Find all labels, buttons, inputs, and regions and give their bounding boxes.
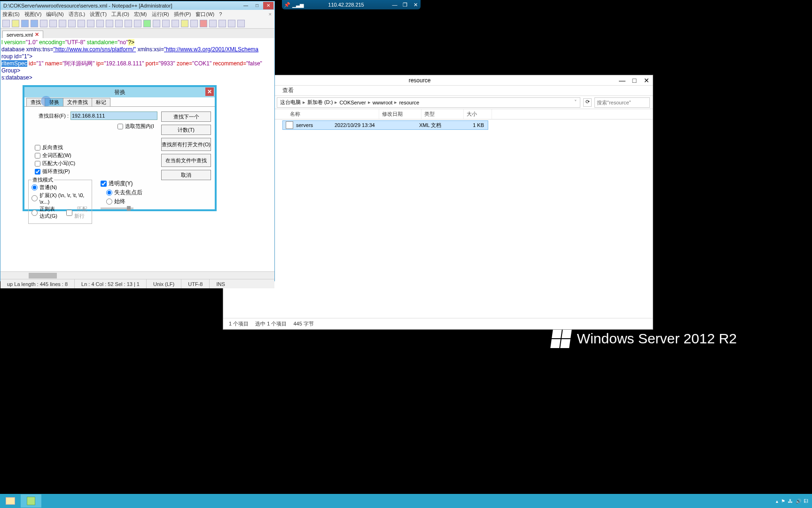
toolbar-folder-icon[interactable] bbox=[181, 20, 188, 27]
scrollbar-thumb[interactable] bbox=[29, 273, 57, 278]
find-in-current-button[interactable]: 在当前文件中查找 bbox=[161, 154, 211, 167]
toolbar-paste-icon[interactable] bbox=[78, 20, 85, 27]
menu-settings[interactable]: 设置(T) bbox=[90, 11, 107, 18]
toolbar-close-icon[interactable] bbox=[40, 20, 47, 27]
tray-language[interactable]: EI bbox=[804, 499, 808, 504]
col-name[interactable]: 名称 bbox=[287, 109, 379, 119]
menu-close-x[interactable]: × bbox=[269, 11, 272, 17]
col-type[interactable]: 类型 bbox=[422, 109, 464, 119]
toolbar-zoom-out-icon[interactable] bbox=[134, 20, 141, 27]
npp-minimize-button[interactable]: — bbox=[241, 2, 251, 9]
rb-regex[interactable] bbox=[31, 210, 38, 216]
slider-thumb[interactable] bbox=[127, 206, 131, 211]
tab-close-icon[interactable]: ✕ bbox=[35, 32, 39, 38]
npp-close-button[interactable]: ✕ bbox=[263, 2, 273, 9]
file-list[interactable]: servers 2022/10/29 13:34 XML 文档 1 KB bbox=[223, 119, 653, 317]
rdp-restore-button[interactable]: ❐ bbox=[400, 2, 410, 8]
count-button[interactable]: 计数(T) bbox=[161, 125, 211, 135]
rdp-pin-icon[interactable]: 📌 bbox=[282, 2, 292, 8]
toolbar-ws-icon[interactable] bbox=[153, 20, 160, 27]
tray-network-icon[interactable]: 🖧 bbox=[788, 499, 793, 504]
menu-encoding[interactable]: 编码(N) bbox=[46, 11, 63, 18]
toolbar-outdent-icon[interactable] bbox=[172, 20, 179, 27]
menu-tools[interactable]: 工具(O) bbox=[111, 11, 129, 18]
dialog-close-button[interactable]: ✕ bbox=[205, 87, 214, 96]
dialog-titlebar[interactable]: 替换 ✕ bbox=[24, 87, 215, 97]
rb-extended[interactable] bbox=[31, 195, 38, 201]
cb-backward[interactable] bbox=[35, 145, 40, 151]
tab-servers-xml[interactable]: servers.xml ✕ bbox=[2, 31, 43, 38]
rdp-minimize-button[interactable]: — bbox=[390, 2, 400, 8]
toolbar-play-icon[interactable] bbox=[219, 20, 226, 27]
rdp-close-button[interactable]: ✕ bbox=[410, 2, 421, 8]
crumb-drive-d[interactable]: 新加卷 (D:) bbox=[307, 99, 333, 106]
menu-language[interactable]: 语言(L) bbox=[69, 11, 85, 18]
rb-always[interactable] bbox=[106, 198, 112, 205]
crumb-thispc[interactable]: 这台电脑 bbox=[280, 99, 301, 106]
file-row-servers[interactable]: servers 2022/10/29 13:34 XML 文档 1 KB bbox=[282, 120, 488, 130]
tab-findinfiles[interactable]: 文件查找 bbox=[63, 98, 92, 106]
toolbar-saveall-icon[interactable] bbox=[31, 20, 38, 27]
toolbar-redo-icon[interactable] bbox=[96, 20, 104, 27]
explorer-maximize-button[interactable]: □ bbox=[628, 77, 640, 84]
toolbar-wrap-icon[interactable] bbox=[143, 20, 151, 27]
find-input[interactable] bbox=[70, 111, 157, 120]
toolbar-new-icon[interactable] bbox=[2, 20, 10, 27]
tray-flag-icon[interactable]: ⚑ bbox=[781, 499, 785, 504]
cb-inselection[interactable] bbox=[117, 124, 123, 129]
cb-wrap[interactable] bbox=[35, 169, 40, 175]
toolbar-undo-icon[interactable] bbox=[87, 20, 94, 27]
taskbar-notepadpp-icon[interactable] bbox=[21, 494, 41, 508]
tab-mark[interactable]: 标记 bbox=[92, 98, 110, 106]
transparency-slider[interactable] bbox=[101, 207, 133, 209]
col-size[interactable]: 大小 bbox=[464, 109, 492, 119]
toolbar-savem-icon[interactable] bbox=[237, 20, 245, 27]
toolbar-save-icon[interactable] bbox=[21, 20, 29, 27]
toolbar-zoom-in-icon[interactable] bbox=[125, 20, 132, 27]
ribbon-view[interactable]: 查看 bbox=[282, 87, 294, 95]
toolbar-replace-icon[interactable] bbox=[115, 20, 123, 27]
toolbar-indent-icon[interactable] bbox=[162, 20, 170, 27]
tray-up-icon[interactable]: ▴ bbox=[776, 499, 778, 504]
menu-macro[interactable]: 宏(M) bbox=[134, 11, 147, 18]
horizontal-scrollbar[interactable] bbox=[0, 271, 274, 279]
toolbar-record-icon[interactable] bbox=[200, 20, 207, 27]
toolbar-playmulti-icon[interactable] bbox=[228, 20, 235, 27]
refresh-button[interactable]: ⟳ bbox=[583, 98, 592, 107]
breadcrumb[interactable]: 这台电脑▸ 新加卷 (D:)▸ COKServer▸ wwwroot▸ reso… bbox=[277, 97, 580, 108]
toolbar-print-icon[interactable] bbox=[49, 20, 57, 27]
cb-wholeword[interactable] bbox=[35, 153, 40, 159]
explorer-titlebar[interactable]: resource — □ ✕ bbox=[223, 75, 653, 86]
rb-normal[interactable] bbox=[31, 184, 38, 190]
toolbar-doc-icon[interactable] bbox=[190, 20, 198, 27]
menu-plugins[interactable]: 插件(P) bbox=[174, 11, 191, 18]
npp-maximize-button[interactable]: □ bbox=[252, 2, 262, 9]
find-all-open-button[interactable]: 查找所有打开文件(O) bbox=[161, 138, 211, 151]
toolbar-cut-icon[interactable] bbox=[59, 20, 66, 27]
taskbar[interactable]: ▴ ⚑ 🖧 🔊 EI bbox=[0, 494, 812, 508]
cb-matchcase[interactable] bbox=[35, 161, 40, 167]
npp-titlebar[interactable]: D:\COKServer\wwwroot\resource\servers.xm… bbox=[0, 1, 274, 10]
rb-onblur[interactable] bbox=[106, 190, 112, 196]
taskbar-explorer-icon[interactable] bbox=[0, 494, 21, 508]
menu-run[interactable]: 运行(R) bbox=[152, 11, 169, 18]
crumb-resource[interactable]: resource bbox=[399, 100, 419, 105]
menu-search[interactable]: 搜索(S) bbox=[2, 11, 20, 18]
cb-transparency[interactable] bbox=[101, 181, 107, 187]
crumb-cokserver[interactable]: COKServer bbox=[339, 100, 366, 105]
toolbar-stop-icon[interactable] bbox=[209, 20, 217, 27]
toolbar-copy-icon[interactable] bbox=[68, 20, 76, 27]
toolbar-find-icon[interactable] bbox=[106, 20, 113, 27]
crumb-wwwroot[interactable]: wwwroot bbox=[373, 100, 393, 105]
cancel-button[interactable]: 取消 bbox=[161, 170, 211, 180]
find-next-button[interactable]: 查找下一个 bbox=[161, 111, 211, 122]
col-date[interactable]: 修改日期 bbox=[379, 109, 422, 119]
menu-window[interactable]: 窗口(W) bbox=[195, 11, 214, 18]
toolbar-open-icon[interactable] bbox=[12, 20, 19, 27]
chevron-down-icon[interactable]: ˅ bbox=[574, 99, 580, 105]
explorer-close-button[interactable]: ✕ bbox=[640, 77, 653, 84]
search-input[interactable] bbox=[594, 97, 650, 108]
menu-view[interactable]: 视图(V) bbox=[24, 11, 42, 18]
tray-volume-icon[interactable]: 🔊 bbox=[796, 499, 801, 504]
explorer-minimize-button[interactable]: — bbox=[616, 77, 628, 84]
